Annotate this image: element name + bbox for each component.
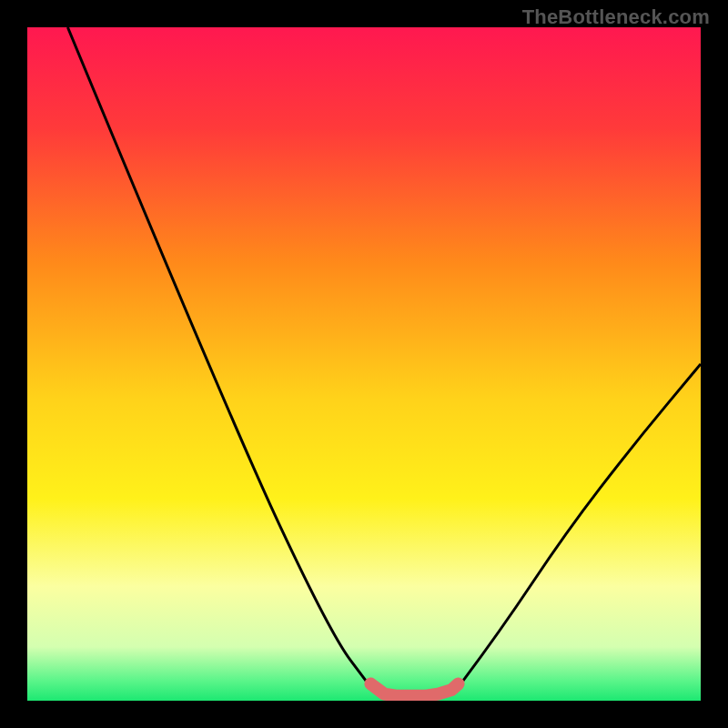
bottleneck-chart [27, 27, 701, 701]
gradient-background [27, 27, 701, 701]
watermark-text: TheBottleneck.com [522, 5, 710, 29]
chart-frame [27, 27, 701, 701]
